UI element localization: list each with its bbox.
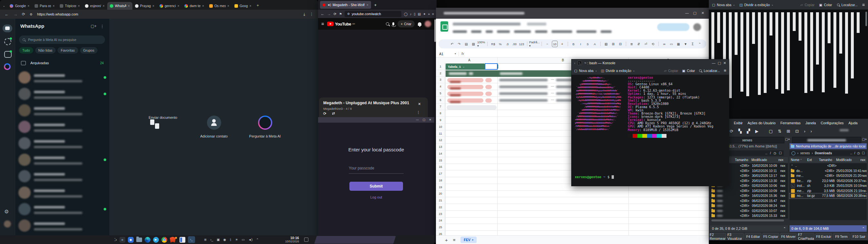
telegram-icon[interactable] <box>153 237 159 243</box>
font-smaller[interactable]: − <box>545 41 550 47</box>
pill-dropdown-redacted[interactable] <box>485 92 492 96</box>
browser-tab[interactable]: Goog × <box>232 2 254 10</box>
row-header[interactable]: 23 <box>436 211 445 217</box>
increase-decimal[interactable]: .00 <box>512 41 517 47</box>
chart-icon[interactable]: ▦ <box>676 41 681 47</box>
divider[interactable] <box>568 42 568 46</box>
divider[interactable] <box>487 42 488 46</box>
search-box[interactable]: Pergunte à Meta AI ou pesquise <box>19 35 105 44</box>
new-chat-icon[interactable]: ▢+ <box>91 24 97 28</box>
music-note-icon[interactable]: ♪ <box>410 12 411 16</box>
menu-icon[interactable]: ≡ <box>432 12 434 16</box>
column-header-a[interactable]: A <box>468 58 470 62</box>
system-settings-icon[interactable]: ≑ <box>120 237 125 243</box>
paint-format-icon[interactable]: ▨ <box>471 41 476 47</box>
currency-format[interactable]: R$ <box>491 41 496 47</box>
chat-list-item[interactable] <box>15 135 110 151</box>
chat-menu-icon[interactable]: ⋮ <box>100 24 104 29</box>
menu-item[interactable]: Exibir <box>734 121 743 125</box>
history-icon[interactable]: ◷ <box>773 151 776 155</box>
row-header[interactable]: 9 <box>436 117 445 124</box>
file-row[interactable]: fre... zip 23,0 MiB 05/02/2026 20:37 rw- <box>789 179 867 184</box>
chat-list-item[interactable] <box>15 168 110 184</box>
browser-tab[interactable]: esjeon/ × <box>82 2 107 10</box>
category-pill-redacted[interactable] <box>447 78 484 82</box>
doc-title-redacted[interactable] <box>453 23 521 26</box>
chat-list-item[interactable] <box>15 69 110 86</box>
office-app-icon[interactable] <box>180 237 185 243</box>
tab-search-chevron[interactable]: ⌄ <box>3 4 5 7</box>
overflow-icon[interactable]: » <box>428 12 430 16</box>
row-header[interactable]: 19 <box>436 184 445 191</box>
crumb-home[interactable]: xerxes <box>800 151 810 155</box>
divider[interactable] <box>527 42 527 46</box>
logout-link[interactable]: Log out <box>370 195 382 199</box>
right-info-bar[interactable]: Nenhuma informação de ...de arquivos não… <box>789 143 867 149</box>
close-icon[interactable]: ✕ <box>723 61 726 65</box>
borders-icon[interactable]: ⊞ <box>611 41 616 47</box>
font-size[interactable]: 10 <box>552 41 558 47</box>
merge-cells-icon[interactable]: ⊟ <box>618 41 623 47</box>
hamburger-icon[interactable]: ≡ <box>724 68 726 73</box>
tab-close-icon[interactable]: × <box>152 4 154 8</box>
refresh-icon[interactable]: ⟳ <box>730 129 733 133</box>
bookmark-icon[interactable]: ☐ <box>862 151 865 155</box>
konsole-task-icon[interactable]: ›_ <box>188 236 195 243</box>
find-button[interactable]: Localizar... <box>837 3 858 7</box>
file-row[interactable]: <DIR> 06/02/2026 15:47 rwx <box>710 199 788 204</box>
zoom-select[interactable]: 100% ▾ <box>478 41 485 47</box>
bluetooth-icon[interactable]: ᛒ <box>229 238 231 241</box>
file-row[interactable]: ›_ inst... sh 3,0 KiB 25/01/2026 10:19 r… <box>789 183 867 188</box>
browser-tab[interactable]: WhatsA × <box>107 2 132 10</box>
audio-mixer-icon[interactable]: ≣ <box>204 238 207 241</box>
chat-list-item[interactable] <box>15 102 110 118</box>
sheets-logo[interactable] <box>440 21 448 32</box>
mount-icon[interactable]: ⊞ <box>786 129 790 133</box>
new-tab-button[interactable]: + <box>374 3 377 7</box>
reload-icon[interactable]: ⟳ <box>334 12 337 16</box>
add-sheet-icon[interactable]: + <box>445 237 448 243</box>
strikethrough-button[interactable]: S <box>585 41 590 47</box>
filter-chip[interactable]: Tudo <box>19 47 33 54</box>
back-icon[interactable]: ← <box>4 12 9 17</box>
playlist-title[interactable]: Megadeth - Unplugged At Musique Plus 200… <box>323 101 409 105</box>
function-key-button[interactable]: F3 Visualizar <box>727 233 744 240</box>
row-header[interactable]: 25 <box>436 224 445 231</box>
chat-list-item[interactable] <box>15 118 110 135</box>
comment-icon[interactable]: ▭ <box>669 41 674 47</box>
row-header[interactable]: 11 <box>436 130 445 137</box>
equal-panels-icon[interactable]: ▚ <box>739 129 742 133</box>
playlist-menu-icon[interactable]: ⋮ <box>416 111 420 115</box>
percent-format[interactable]: % <box>498 41 503 47</box>
crumb-current[interactable]: Downloads <box>815 151 832 155</box>
settings-icon[interactable]: ⚙ <box>4 209 9 215</box>
tab-close-icon[interactable]: × <box>128 4 130 8</box>
address-bar[interactable]: https://web.whatsapp.com <box>37 12 299 16</box>
row-header[interactable]: 10 <box>436 124 445 130</box>
row-header[interactable]: 1 <box>436 63 445 70</box>
discover-icon[interactable]: ◆ <box>128 237 134 243</box>
browser-tab[interactable]: dwm te × <box>182 2 207 10</box>
file-row[interactable]: <DIR> 16/01/2026 15:36 rwx <box>710 193 788 199</box>
file-row[interactable]: ⌃ .. <DIR> <box>789 163 867 169</box>
row-header[interactable]: 2 <box>436 70 445 77</box>
sidebar-icon[interactable]: ▯ <box>414 12 415 16</box>
font-select[interactable]: Padrã... ▾ <box>530 41 538 47</box>
brightness-icon[interactable]: ☀ <box>235 238 238 241</box>
sync-icon[interactable]: ⇅ <box>778 129 781 133</box>
file-row[interactable]: me... <DIR> 05/02/2026 21:20 rwx <box>789 173 867 179</box>
url-bar[interactable]: ⚙ youtube.com/watch <box>345 11 401 17</box>
row-header[interactable]: 5 <box>436 90 445 97</box>
right-new-tab-icon[interactable]: ▢+ <box>862 138 867 141</box>
passcode-input[interactable]: Your passcode <box>349 165 404 174</box>
sheets-menubar-redacted[interactable] <box>453 30 612 33</box>
share-button-redacted[interactable] <box>657 23 689 31</box>
account-avatar[interactable] <box>693 23 701 31</box>
browser-tab[interactable]: Google × <box>7 2 32 10</box>
tab-close-icon[interactable]: × <box>103 4 104 8</box>
chat-list-item[interactable] <box>15 184 110 201</box>
display-icon[interactable]: ▭ <box>242 238 244 241</box>
chrome-icon[interactable] <box>161 237 167 243</box>
wallet-icon[interactable]: ▤ <box>418 12 421 16</box>
text-color-button[interactable]: A <box>592 41 597 47</box>
